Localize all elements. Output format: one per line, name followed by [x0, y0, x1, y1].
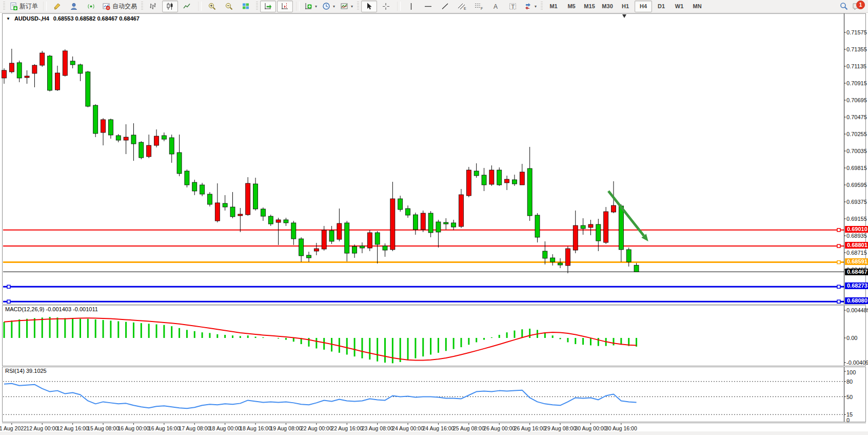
symbol-period-label: AUDUSD-,H4 [14, 15, 49, 22]
line-handle [837, 261, 840, 264]
macd-signal-line [4, 318, 637, 360]
candle-body [25, 76, 29, 78]
candle-body [543, 251, 547, 258]
candle-body [466, 170, 471, 196]
chart-title: ▼ AUDUSD-,H4 0.68553 0.68582 0.68467 0.6… [6, 15, 140, 22]
line-handle [837, 229, 840, 232]
candle-body [200, 185, 205, 194]
candle-body [550, 258, 555, 262]
candle-body [284, 220, 288, 223]
candle-body [131, 135, 136, 144]
line-handle [837, 300, 840, 303]
time-tick-label: 29 Aug 08:00 [544, 425, 576, 431]
candle-body [474, 171, 479, 176]
candle-body [451, 223, 456, 227]
price-level-badge: 0.68080 [845, 297, 868, 304]
candle-body [86, 72, 90, 106]
price-tick-label: 0.70695 [846, 97, 867, 103]
time-axis-divider [2, 422, 866, 423]
time-tick-label: 18 Aug 00:00 [209, 425, 241, 431]
time-tick-label: 30 Aug 16:00 [605, 425, 637, 431]
candle-body [444, 222, 448, 224]
candle-body [398, 199, 403, 210]
candle-body [459, 195, 464, 226]
time-tick-label: 24 Aug 16:00 [422, 425, 454, 431]
candle-body [55, 73, 60, 90]
candle-body [588, 224, 593, 228]
candle-body [192, 182, 197, 191]
rsi-axis-label: 80 [846, 379, 853, 385]
candle-body [9, 63, 14, 72]
time-tick-label: 18 Aug 16:00 [240, 425, 271, 431]
candle-body [246, 183, 250, 215]
rsi-axis-label: 50 [846, 394, 853, 400]
candle-body [337, 223, 342, 239]
candle-body [63, 51, 67, 75]
candle-body [48, 56, 52, 90]
line-handle [837, 244, 840, 248]
candle-body [520, 172, 524, 185]
candle-body [406, 209, 410, 215]
candle-body [345, 223, 349, 253]
candle-body [611, 205, 616, 212]
candle-body [565, 249, 570, 266]
candle-body [314, 249, 319, 251]
macd-axis-label: 0.00 [846, 335, 857, 341]
candle-body [329, 231, 334, 241]
chart-plot[interactable] [0, 0, 868, 435]
candle-body [299, 239, 304, 256]
candle-body [322, 230, 326, 249]
candle-body [139, 142, 144, 158]
candle-body [70, 61, 75, 65]
candle-body [32, 65, 37, 73]
candle-body [573, 225, 578, 250]
candle-body [101, 120, 106, 133]
price-tick-label: 0.68935 [846, 233, 867, 239]
down-trend-arrow [608, 191, 644, 236]
candle-body [558, 263, 563, 265]
price-tick-label: 0.71575 [846, 29, 867, 35]
price-level-badge: 0.69010 [845, 226, 868, 233]
price-tick-label: 0.69815 [846, 165, 867, 171]
candle-body [619, 206, 623, 250]
candle-body [276, 220, 281, 222]
time-tick-label: 26 Aug 00:00 [483, 425, 515, 431]
candle-body [261, 209, 265, 216]
time-tick-label: 15 Aug 08:00 [87, 425, 119, 431]
price-level-badge: 0.68801 [845, 242, 868, 249]
candle-body [253, 184, 258, 209]
price-tick-label: 0.69595 [846, 182, 867, 188]
time-tick-label: 12 Aug 16:00 [57, 425, 89, 431]
collapse-triangle-icon[interactable]: ▼ [6, 16, 10, 21]
time-tick-label: 16 Aug 16:00 [148, 425, 180, 431]
macd-panel-divider[interactable] [2, 304, 866, 306]
candle-body [307, 255, 311, 258]
candle-body [223, 203, 227, 207]
price-tick-label: 0.70035 [846, 148, 867, 154]
time-tick-label: 11 Aug 2022 [0, 425, 27, 431]
rsi-axis-label: 100 [846, 369, 856, 375]
candle-body [360, 246, 364, 248]
candle-body [169, 138, 174, 154]
candle-body [497, 170, 502, 185]
time-tick-label: 17 Aug 08:00 [179, 425, 210, 431]
candle-body [581, 225, 585, 229]
candle-body [93, 105, 98, 134]
candle-body [207, 194, 212, 204]
candle-body [535, 215, 540, 237]
price-tick-label: 0.70255 [846, 131, 867, 137]
time-tick-label: 26 Aug 16:00 [514, 425, 546, 431]
candle-body [2, 70, 7, 78]
candle-body [383, 246, 387, 250]
candle-body [147, 145, 151, 157]
line-handle [837, 285, 840, 288]
candle-body [177, 153, 182, 174]
candle-body [124, 137, 128, 140]
candle-body [436, 222, 441, 232]
candle-body [489, 170, 494, 184]
time-tick-label: 16 Aug 00:00 [117, 425, 149, 431]
rsi-axis-label: 0 [846, 417, 850, 423]
price-tick-label: 0.70915 [846, 80, 867, 86]
rsi-panel-divider[interactable] [2, 366, 866, 367]
candle-body [375, 233, 380, 244]
